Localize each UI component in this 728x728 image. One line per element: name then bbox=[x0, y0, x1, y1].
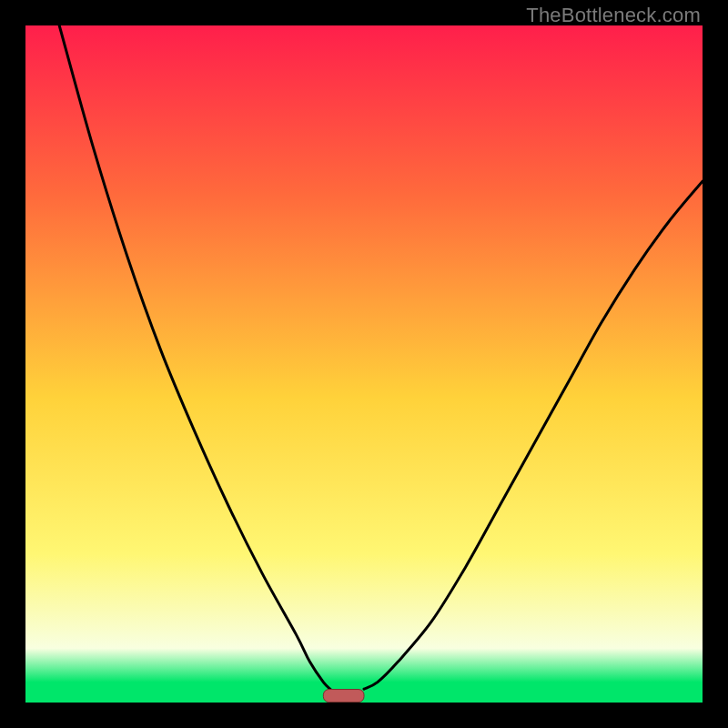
bottleneck-marker bbox=[323, 690, 364, 703]
bottleneck-chart bbox=[25, 25, 703, 703]
gradient-background bbox=[25, 25, 703, 703]
watermark-text: TheBottleneck.com bbox=[526, 4, 701, 27]
plot-frame bbox=[25, 25, 703, 703]
